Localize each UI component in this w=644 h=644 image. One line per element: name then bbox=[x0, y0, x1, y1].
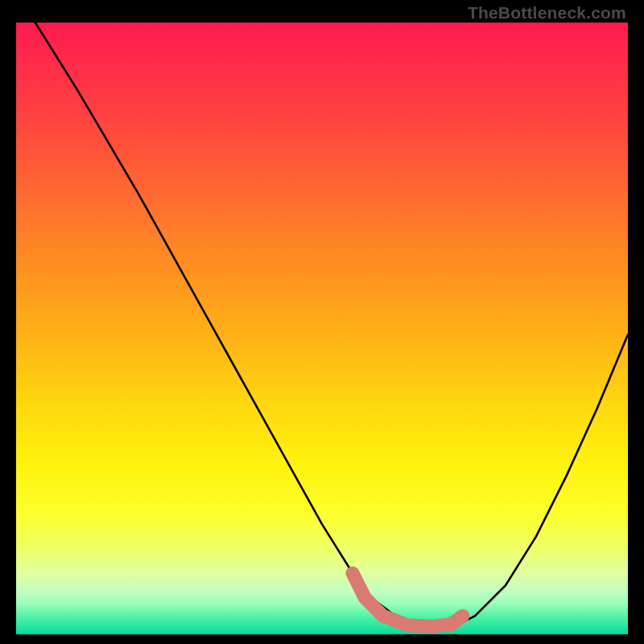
chart-svg bbox=[16, 23, 628, 634]
highlight-band bbox=[353, 573, 463, 626]
bottleneck-curve bbox=[16, 0, 628, 627]
attribution-text: TheBottleneck.com bbox=[468, 3, 626, 23]
chart-frame bbox=[16, 23, 628, 634]
